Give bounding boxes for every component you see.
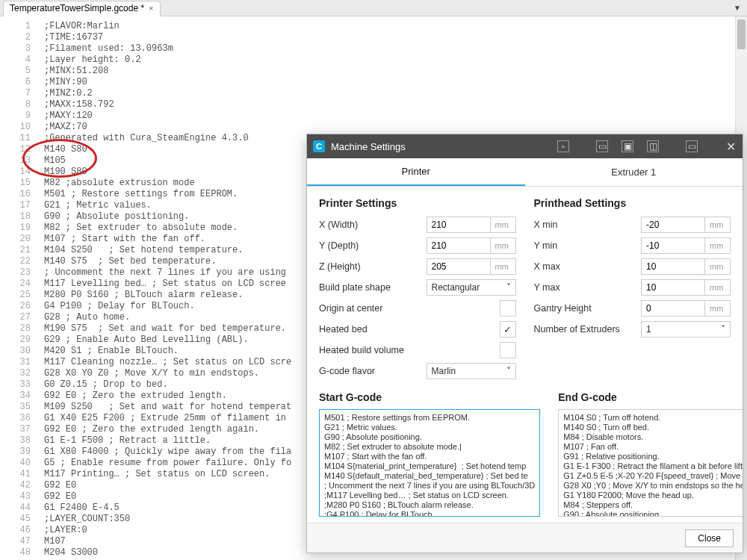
heated-bed-label: Heated bed <box>319 324 500 335</box>
code-line[interactable]: ;MAXY:120 <box>41 111 747 122</box>
origin-at-center-label: Origin at center <box>319 303 500 314</box>
code-line[interactable]: ;MINX:51.208 <box>41 66 747 77</box>
gcode-flavor-select[interactable]: Marlin ˅ <box>427 363 516 379</box>
dialog-titlebar[interactable]: C Machine Settings ▫ ▭ ▣ ◫ ▭ ✕ <box>307 134 743 158</box>
line-number: 45 <box>0 514 41 525</box>
line-number: 23 <box>0 267 41 279</box>
heated-build-volume-label: Heated build volume <box>319 345 500 355</box>
line-number: 17 <box>0 200 41 211</box>
close-tab-icon[interactable]: × <box>149 4 153 13</box>
start-gcode-column: Start G-code M501 ; Restore settings fro… <box>319 390 540 517</box>
tabstrip-dropdown-icon[interactable]: ▼ <box>734 4 741 12</box>
code-line[interactable]: ;MINY:90 <box>41 77 747 88</box>
line-number: 29 <box>0 335 41 346</box>
line-number: 35 <box>0 402 41 413</box>
code-line[interactable]: ;Layer height: 0.2 <box>41 55 747 66</box>
x-max-label: X max <box>534 261 642 272</box>
y-min-input[interactable] <box>641 237 705 254</box>
code-line[interactable]: ;TIME:16737 <box>41 32 747 43</box>
end-gcode-column: End G-code M104 S0 ; Turn off hotend. M1… <box>558 390 743 517</box>
code-line[interactable]: ;MAXX:158.792 <box>41 99 747 111</box>
chevron-down-icon: ˅ <box>721 324 725 335</box>
dialog-tabs: Printer Extruder 1 <box>307 158 743 187</box>
z-height-input[interactable] <box>427 258 491 275</box>
line-number: 21 <box>0 245 41 256</box>
dialog-title: Machine Settings <box>331 141 406 152</box>
end-gcode-heading: End G-code <box>558 391 743 403</box>
build-plate-shape-select[interactable]: Rectangular ˅ <box>427 279 516 296</box>
y-depth-input[interactable] <box>427 237 491 254</box>
printhead-settings-heading: Printhead Settings <box>534 197 731 209</box>
mm-unit: mm <box>491 217 516 233</box>
line-number: 10 <box>0 122 41 133</box>
line-number: 3 <box>0 43 41 55</box>
line-number: 24 <box>0 279 41 290</box>
file-tab[interactable]: TemperatureTowerSimple.gcode * × <box>3 1 161 16</box>
line-number: 25 <box>0 290 41 301</box>
x-width-input[interactable] <box>427 217 491 233</box>
line-number: 26 <box>0 301 41 312</box>
x-min-label: X min <box>534 220 642 230</box>
window-controls: ▫ ▭ ▣ ◫ ▭ ✕ <box>557 140 737 152</box>
line-number: 5 <box>0 66 41 77</box>
line-number: 2 <box>0 32 41 43</box>
window-control-icon[interactable]: ◫ <box>647 140 659 152</box>
y-depth-label: Y (Depth) <box>319 240 427 251</box>
chevron-down-icon: ˅ <box>506 366 511 376</box>
printhead-settings-column: Printhead Settings X min mm Y min mm X m… <box>534 196 731 382</box>
gantry-height-label: Gantry Height <box>534 303 642 314</box>
line-number: 11 <box>0 133 41 144</box>
line-number: 15 <box>0 178 41 189</box>
heated-build-volume-checkbox[interactable] <box>500 342 516 358</box>
line-number: 12 <box>0 144 41 155</box>
x-min-input[interactable] <box>641 217 705 233</box>
line-number: 4 <box>0 55 41 66</box>
dialog-body: Printer Settings X (Width) mm Y (Depth) … <box>307 187 743 523</box>
line-number: 46 <box>0 525 41 536</box>
dialog-footer: Close <box>307 523 743 553</box>
origin-at-center-checkbox[interactable] <box>500 300 516 317</box>
line-number: 42 <box>0 480 41 491</box>
code-line[interactable]: ;MINZ:0.2 <box>41 88 747 99</box>
heated-bed-checkbox[interactable]: ✓ <box>500 321 516 337</box>
mm-unit: mm <box>705 300 731 317</box>
scrollbar-thumb[interactable] <box>737 19 746 49</box>
close-button[interactable]: Close <box>685 529 734 547</box>
code-line[interactable]: ;Filament used: 13.0963m <box>41 43 747 55</box>
mm-unit: mm <box>705 258 731 275</box>
num-extruders-label: Number of Extruders <box>534 324 642 335</box>
line-number: 13 <box>0 155 41 167</box>
window-control-icon[interactable]: ▫ <box>557 140 569 152</box>
gantry-height-input[interactable] <box>641 300 705 317</box>
line-number: 9 <box>0 111 41 122</box>
start-gcode-textarea[interactable]: M501 ; Restore settings from EEPROM. G21… <box>319 409 540 517</box>
chevron-down-icon: ˅ <box>506 282 511 293</box>
line-number: 40 <box>0 458 41 469</box>
end-gcode-textarea[interactable]: M104 S0 ; Turn off hotend. M140 S0 ; Tur… <box>558 409 743 517</box>
line-number: 36 <box>0 413 41 424</box>
tab-printer[interactable]: Printer <box>307 158 525 186</box>
line-number: 38 <box>0 435 41 447</box>
y-min-label: Y min <box>534 240 642 251</box>
start-gcode-heading: Start G-code <box>319 391 540 403</box>
line-number: 7 <box>0 88 41 99</box>
code-line[interactable]: ;MAXZ:70 <box>41 122 747 133</box>
gcode-flavor-label: G-code flavor <box>319 366 427 376</box>
window-control-icon[interactable]: ▭ <box>686 140 698 152</box>
file-tab-label: TemperatureTowerSimple.gcode * <box>10 3 144 13</box>
line-number: 47 <box>0 536 41 547</box>
x-width-label: X (Width) <box>319 220 427 230</box>
mm-unit: mm <box>491 237 516 254</box>
y-max-input[interactable] <box>641 279 705 296</box>
y-max-label: Y max <box>534 282 642 293</box>
num-extruders-select[interactable]: 1 ˅ <box>641 321 731 337</box>
tab-extruder-1[interactable]: Extruder 1 <box>525 158 743 186</box>
machine-settings-dialog: C Machine Settings ▫ ▭ ▣ ◫ ▭ ✕ Printer E… <box>306 134 743 553</box>
line-number: 32 <box>0 368 41 379</box>
line-number: 33 <box>0 379 41 391</box>
window-control-icon[interactable]: ▣ <box>622 140 633 152</box>
code-line[interactable]: ;FLAVOR:Marlin <box>41 21 747 32</box>
window-control-icon[interactable]: ▭ <box>596 140 608 152</box>
x-max-input[interactable] <box>641 258 705 275</box>
dialog-close-icon[interactable]: ✕ <box>725 140 737 152</box>
